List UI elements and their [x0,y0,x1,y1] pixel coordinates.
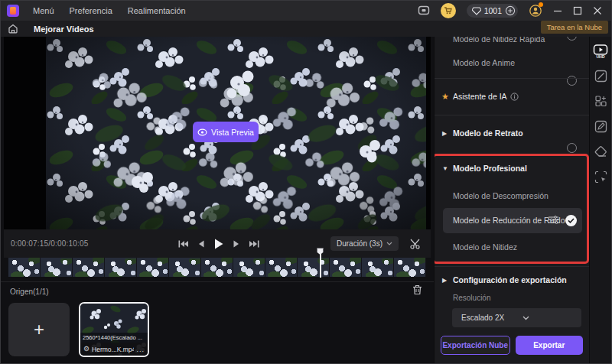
section-label: Modelo de Retrato [453,128,523,138]
add-source-button[interactable]: + [8,303,70,356]
duration-dropdown[interactable]: Duración (3s) [330,236,399,251]
star-icon: ★ [441,92,449,102]
export-button[interactable]: Exportar [516,336,584,355]
timecode: 0:00:07:15/0:00:10:05 [11,239,89,248]
filmstrip-tile[interactable] [330,258,362,277]
filmstrip-tile[interactable] [298,258,330,277]
editor-area: Vista Previa 0:00:07:15/0:00:10:05 [1,37,434,363]
divider [435,266,589,267]
source-thumbnail[interactable]: 2560*1440(Escalado ... ⚙ Hermo...K.mp4 .… [79,302,149,357]
prev-frame-icon[interactable] [198,240,204,248]
radio-ai-assistant[interactable] [567,143,577,153]
section-modelo-profesional[interactable]: ▼ Modelo Profesional [435,161,589,176]
filmstrip-tile[interactable] [265,258,298,277]
notification-dot [539,2,543,7]
filmstrip-tile[interactable] [362,258,394,277]
model-row-nitidez[interactable]: Modelo de Nitidez [435,239,589,255]
duration-label: Duración (3s) [337,239,382,248]
vista-previa-label: Vista Previa [211,128,254,137]
tool-batch-add-icon[interactable] [593,93,608,109]
tool-edit-icon[interactable] [593,119,608,134]
maximize-button[interactable] [573,6,582,15]
model-row-ai-assistant[interactable]: ★ Asistente de IA [435,89,589,104]
trash-icon[interactable] [412,284,422,295]
main-area: Vista Previa 0:00:07:15/0:00:10:05 [1,37,611,363]
resolution-dropdown[interactable]: Escalado 2X [452,308,581,327]
filmstrip[interactable] [8,258,426,277]
credits-value: 1001 [484,6,502,15]
filmstrip-tile[interactable] [105,258,137,277]
playhead-line [320,254,321,278]
resolution-label: Resolución [453,294,490,302]
menu-item-preferencia[interactable]: Preferencia [70,6,112,15]
chevron-right-icon: ▶ [442,130,447,137]
filmstrip-tile[interactable] [169,258,201,277]
divider [435,78,589,79]
play-icon[interactable] [214,239,223,249]
thumbnail-filename: Hermo...K.mp4 [92,346,134,353]
close-button[interactable] [593,6,602,15]
diamond-icon [472,7,481,15]
playback-controls [178,239,259,249]
filmstrip-tile[interactable] [8,258,41,277]
cloud-task-badge[interactable]: Tarea en la Nube [541,21,608,34]
vista-previa-button[interactable]: Vista Previa [193,122,259,142]
video-viewport: Vista Previa [4,37,431,229]
cut-scissors-icon[interactable] [410,239,422,249]
resolution-value: Escalado 2X [461,314,513,322]
model-row-anime[interactable]: Modelo de Anime [435,55,589,70]
section-modelo-retrato[interactable]: ▶ Modelo de Retrato [435,125,589,141]
thumbnail-footer: ⚙ Hermo...K.mp4 ... [80,343,148,356]
minimize-button[interactable] [553,6,562,15]
cloud-export-button[interactable]: Exportación Nube [441,336,510,355]
radio-nitidez-rapida[interactable] [567,37,577,41]
filmstrip-tile[interactable] [73,258,105,277]
tool-eraser-icon[interactable] [593,144,608,159]
credits-counter[interactable]: 1001 [467,4,518,18]
user-account-icon[interactable] [529,4,542,18]
models-panel: Modelo de Nitidez Rápida Modelo de Anime… [434,37,589,363]
home-icon[interactable] [8,24,18,34]
menubar: Menú Preferencia Realimentación [33,6,186,15]
rewards-avatar-icon[interactable] [441,3,456,18]
info-icon[interactable] [510,93,519,101]
selected-check-icon [565,215,577,226]
timeline-bar: 0:00:07:15/0:00:10:05 [4,229,431,258]
thumbnail-resolution-label: 2560*1440(Escalado ... [80,333,148,343]
gear-icon[interactable]: ⚙ [83,346,90,353]
filmstrip-tile[interactable] [137,258,169,277]
plus-icon: + [34,320,44,339]
divider [435,115,589,115]
radio-anime[interactable] [567,76,577,86]
model-row-descompresion[interactable]: Modelo de Descompresión [435,188,589,203]
section-label: Configuración de exportación [453,275,567,284]
menu-item-realimentacion[interactable]: Realimentación [128,6,186,15]
filmstrip-tile[interactable] [41,258,73,277]
skip-start-icon[interactable] [178,240,188,248]
tab-mejorar-videos[interactable]: Mejorar Videos [34,24,94,34]
model-row-nitidez-rapida[interactable]: Modelo de Nitidez Rápida [435,37,589,46]
model-label: Modelo de Anime [453,58,515,67]
skip-end-icon[interactable] [249,240,259,248]
filmstrip-tile[interactable] [201,258,233,277]
export-buttons: Exportación Nube Exportar [441,336,583,355]
eye-icon [197,128,207,136]
filmstrip-tile[interactable] [394,258,426,277]
model-row-reduccion-ruido[interactable]: Modelo de Reducción de Ruido [443,208,582,233]
section-configuracion-exportacion[interactable]: ▶ Configuración de exportación [435,272,589,288]
ai-assistant-label: Asistente de IA [453,92,507,101]
feedback-chat-icon[interactable] [418,5,430,16]
tool-object-remove-icon[interactable] [593,169,608,184]
titlebar: Menú Preferencia Realimentación 1001 [1,1,611,21]
adjust-sliders-icon[interactable] [548,215,559,225]
menu-item-menu[interactable]: Menú [33,6,54,15]
tool-frame-interpolation-icon[interactable] [593,68,608,83]
chevron-right-icon: ▶ [442,277,447,284]
model-label: Modelo de Nitidez [453,242,517,252]
tool-enhance-video-icon[interactable]: UHD [593,43,608,58]
next-frame-icon[interactable] [233,240,239,248]
add-credits-icon[interactable] [505,5,516,16]
playhead[interactable] [317,248,324,278]
filmstrip-tile[interactable] [233,258,265,277]
app-window: Menú Preferencia Realimentación 1001 [0,0,612,364]
